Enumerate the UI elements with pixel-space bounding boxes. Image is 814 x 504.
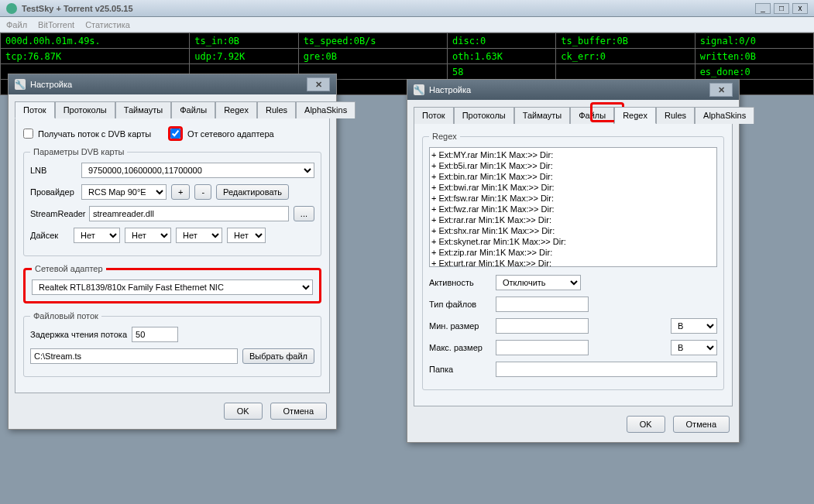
ok-button[interactable]: OK [627,416,665,433]
diseqc-select-1[interactable]: Нет [74,228,120,243]
list-item[interactable]: + Ext:bwi.rar Min:1K Max:>> Dir: [431,182,715,193]
list-item[interactable]: + Ext:shx.rar Min:1K Max:>> Dir: [431,225,715,236]
net-legend: Сетевой адаптер [32,264,106,273]
tab-alphaskins[interactable]: AlphaSkins [695,107,754,124]
filepath-input[interactable] [30,348,238,364]
regex-listbox[interactable]: + Ext:MY.rar Min:1K Max:>> Dir:+ Ext:b5i… [429,147,717,267]
list-item[interactable]: + Ext:fsw.rar Min:1K Max:>> Dir: [431,193,715,204]
menu-stats[interactable]: Статистика [85,20,130,29]
dvb-params-group: Параметры DVB карты LNB 9750000,10600000… [23,147,321,256]
maxsize-input[interactable] [496,340,589,355]
edit-provider-button[interactable]: Редактировать [216,184,289,200]
maxsize-unit-select[interactable]: B [671,340,717,355]
dvb-legend: Параметры DVB карты [30,147,127,156]
tab-stream[interactable]: Поток [15,101,55,118]
stat-cell: tcp:76.87K [1,49,190,64]
folder-input[interactable] [496,362,717,377]
app-title: TestSky + Torrent v25.05.15 [22,4,133,13]
main-titlebar: TestSky + Torrent v25.05.15 _ □ x [0,0,814,17]
minimize-button[interactable]: _ [755,3,771,14]
filetype-input[interactable] [496,297,589,312]
cancel-button[interactable]: Отмена [270,403,327,420]
minsize-label: Мин. размер [429,321,491,331]
menubar: Файл BitTorrent Статистика [0,17,814,33]
net-adapter-checkbox[interactable] [170,129,180,139]
browse-file-button[interactable]: Выбрать файл [242,348,314,364]
dialog-close-button[interactable]: ✕ [307,77,330,91]
remove-provider-button[interactable]: - [194,184,211,200]
list-item[interactable]: + Ext:bin.rar Min:1K Max:>> Dir: [431,171,715,182]
menu-bittorrent[interactable]: BitTorrent [38,20,74,29]
delay-input[interactable] [132,327,178,342]
stat-cell: gre:0B [298,49,447,64]
file-stream-group: Файловый поток Задержка чтения потока Вы… [23,311,321,377]
tab-alphaskins[interactable]: AlphaSkins [296,101,355,118]
dialog-title: Настройка [429,85,471,94]
tab-rules[interactable]: Rules [257,101,296,118]
tab-timeouts[interactable]: Таймауты [115,101,172,118]
net-adapter-group: Сетевой адаптер Realtek RTL8139/810x Fam… [23,264,321,303]
lnb-select[interactable]: 9750000,10600000,11700000 [81,163,314,178]
list-item[interactable]: + Ext:b5i.rar Min:1K Max:>> Dir: [431,160,715,171]
wrench-icon: 🔧 [414,84,424,95]
diseqc-select-4[interactable]: Нет [227,228,266,243]
list-item[interactable]: + Ext:zip.rar Min:1K Max:>> Dir: [431,247,715,258]
diseqc-select-2[interactable]: Нет [125,228,171,243]
list-item[interactable]: + Ext:fwz.rar Min:1K Max:>> Dir: [431,204,715,214]
ok-button[interactable]: OK [224,403,263,420]
tabs: Поток Протоколы Таймауты Файлы Regex Rul… [15,101,330,118]
wrench-icon: 🔧 [15,79,26,90]
diseqc-select-3[interactable]: Нет [176,228,222,243]
stat-cell: ck_err:0 [556,49,695,64]
maximize-button[interactable]: □ [774,3,789,14]
stat-cell: es_done:0 [695,64,813,80]
app-icon [6,3,17,14]
activity-select[interactable]: Отключить [496,275,581,290]
adapter-select[interactable]: Realtek RTL8139/810x Family Fast Etherne… [32,279,313,295]
minsize-unit-select[interactable]: B [671,318,717,334]
settings-dialog-2: 🔧 Настройка ✕ Поток Протоколы Таймауты Ф… [407,79,740,443]
list-item[interactable]: + Ext:skynet.rar Min:1K Max:>> Dir: [431,236,715,247]
browse-dll-button[interactable]: ... [294,206,314,221]
tab-protocols[interactable]: Протоколы [454,107,514,124]
stat-cell: 000d.00h.01m.49s. [1,33,190,49]
tab-panel: Получать поток с DVB карты От сетевого а… [15,118,330,393]
stat-cell: 58 [447,64,555,80]
lnb-label: LNB [30,166,77,175]
tab-files[interactable]: Файлы [171,101,215,118]
stat-cell: ts_buffer:0B [556,33,695,49]
stat-cell: disc:0 [447,33,555,49]
maxsize-label: Макс. размер [429,343,491,352]
list-item[interactable]: + Ext:urt.rar Min:1K Max:>> Dir: [431,258,715,267]
list-item[interactable]: + Ext:rar.rar Min:1K Max:>> Dir: [431,214,715,225]
tab-files[interactable]: Файлы [570,107,614,124]
stat-cell: written:0B [695,49,813,64]
add-provider-button[interactable]: + [171,184,190,200]
tab-timeouts[interactable]: Таймауты [514,107,571,124]
tab-regex[interactable]: Regex [614,107,656,124]
dialog-titlebar: 🔧 Настройка ✕ [9,74,336,94]
tab-protocols[interactable]: Протоколы [55,101,115,118]
folder-label: Папка [429,365,491,374]
cancel-button[interactable]: Отмена [673,416,730,433]
stat-cell: ts_speed:0B/s [298,33,447,49]
tabs: Поток Протоколы Таймауты Файлы Regex Rul… [414,106,733,124]
tab-stream[interactable]: Поток [414,107,454,124]
stat-cell [556,64,695,80]
dialog-close-button[interactable]: ✕ [709,83,733,97]
close-button[interactable]: x [792,3,808,14]
filetype-label: Тип файлов [429,300,491,309]
dvb-checkbox[interactable] [23,129,33,139]
menu-file[interactable]: Файл [6,20,27,29]
list-item[interactable]: + Ext:MY.rar Min:1K Max:>> Dir: [431,149,715,160]
streamreader-input[interactable] [89,206,289,221]
provider-select[interactable]: RCS Map 90°E [81,184,167,200]
regex-group: Regex + Ext:MY.rar Min:1K Max:>> Dir:+ E… [422,132,724,390]
stat-cell: udp:7.92K [190,49,298,64]
dialog-title: Настройка [30,80,72,89]
activity-label: Активность [429,278,491,287]
minsize-input[interactable] [496,318,589,334]
tab-regex[interactable]: Regex [215,101,257,118]
tab-rules[interactable]: Rules [656,107,695,124]
regex-legend: Regex [429,132,460,141]
